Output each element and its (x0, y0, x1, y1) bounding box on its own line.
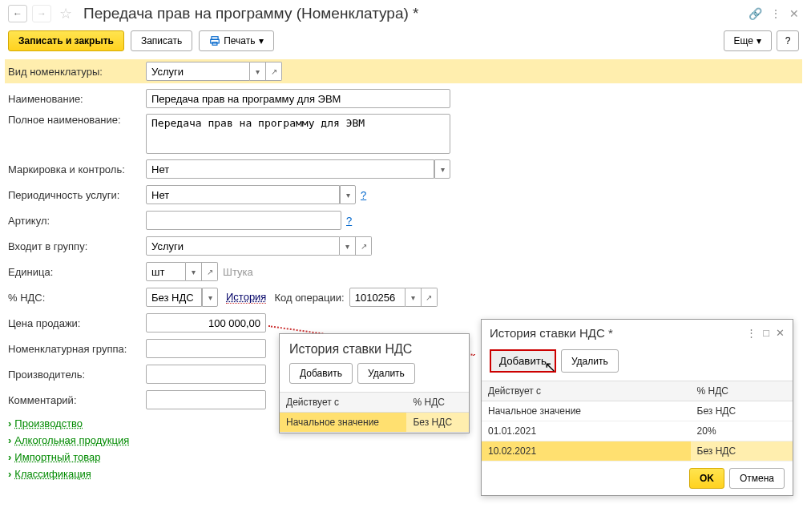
label-nom-group: Номенклатурная группа: (8, 343, 146, 355)
dropdown-button[interactable]: ▾ (250, 62, 266, 81)
save-button[interactable]: Записать (131, 30, 192, 51)
group-input[interactable] (146, 236, 340, 256)
more-button[interactable]: Еще ▾ (724, 30, 772, 51)
col-date: Действует с (482, 381, 691, 401)
table-row[interactable]: 01.01.202120% (482, 421, 793, 441)
unit-input[interactable] (146, 262, 186, 281)
row-fullname: Полное наименование: Передача прав на пр… (8, 114, 799, 154)
row-unit: Единица: ▾ ↗ Штука (8, 261, 799, 282)
vat-input[interactable] (146, 288, 202, 307)
fullname-input[interactable]: Передача прав на программу для ЭВМ (146, 114, 450, 154)
manufacturer-input[interactable] (146, 365, 266, 384)
close-icon[interactable]: ✕ (776, 327, 785, 339)
history-table: Действует с% НДС Начальное значениеБез Н… (280, 392, 469, 433)
back-button[interactable]: ← (8, 5, 27, 22)
marking-input[interactable] (146, 159, 434, 179)
window-title: Передача прав на программу (Номенклатура… (83, 5, 744, 22)
open-button[interactable]: ↗ (202, 262, 218, 281)
op-code-label: Код операции: (274, 292, 344, 304)
add-button[interactable]: Добавить (289, 363, 353, 384)
chevron-down-icon: ▾ (259, 35, 264, 46)
link-icon[interactable]: 🔗 (748, 7, 762, 20)
label-type: Вид номенклатуры: (8, 66, 146, 78)
delete-button[interactable]: Удалить (357, 363, 415, 384)
history-popup-small: История ставки НДС Добавить Удалить Дейс… (279, 333, 470, 433)
row-article: Артикул: ? (8, 210, 799, 231)
dropdown-button[interactable]: ▾ (202, 288, 218, 307)
help-link[interactable]: ? (361, 189, 366, 201)
more-icon[interactable]: ⋮ (746, 327, 757, 339)
label-article: Артикул: (8, 215, 146, 227)
label-price: Цена продажи: (8, 317, 146, 329)
row-vat: % НДС: ▾ История Код операции: ▾ ↗ (8, 287, 799, 308)
row-marking: Маркировка и контроль: ▾ (8, 159, 799, 179)
row-type: Вид номенклатуры: ▾ ↗ (5, 59, 802, 83)
label-unit: Единица: (8, 266, 146, 278)
delete-button[interactable]: Удалить (561, 349, 619, 373)
cancel-button[interactable]: Отмена (729, 468, 785, 489)
help-link[interactable]: ? (346, 215, 352, 227)
table-row[interactable]: 10.02.2021Без НДС (482, 441, 793, 461)
toolbar: Записать и закрыть Записать Печать ▾ Еще… (0, 27, 807, 59)
history-link[interactable]: История (226, 291, 266, 304)
open-button[interactable]: ↗ (266, 62, 282, 81)
row-periodicity: Периодичность услуги: ▾ ? (8, 184, 799, 205)
close-icon[interactable]: ✕ (789, 7, 799, 20)
nom-group-input[interactable] (146, 339, 266, 358)
row-group: Входит в группу: ▾ ↗ (8, 236, 799, 256)
history-table: Действует с% НДС Начальное значениеБез Н… (482, 381, 793, 461)
label-name: Наименование: (8, 93, 146, 105)
type-input[interactable] (146, 62, 250, 81)
print-button[interactable]: Печать ▾ (199, 30, 273, 51)
label-comment: Комментарий: (8, 394, 146, 406)
dropdown-button[interactable]: ▾ (340, 185, 356, 204)
label-manufacturer: Производитель: (8, 369, 146, 381)
popup1-title: История ставки НДС (280, 334, 469, 363)
dropdown-button[interactable]: ▾ (434, 159, 450, 179)
unit-hint: Штука (223, 266, 253, 278)
row-name: Наименование: (8, 88, 799, 109)
table-row[interactable]: Начальное значениеБез НДС (280, 413, 469, 433)
window-header: ← → ☆ Передача прав на программу (Номенк… (0, 0, 807, 27)
dropdown-button[interactable]: ▾ (406, 288, 422, 307)
dropdown-button[interactable]: ▾ (186, 262, 202, 281)
label-group: Входит в группу: (8, 240, 146, 252)
col-vat: % НДС (691, 381, 793, 401)
popup2-title: История ставки НДС * (490, 326, 746, 340)
history-popup-large: История ставки НДС * ⋮ □ ✕ Добавить ↖ Уд… (481, 319, 793, 496)
col-date: Действует с (280, 393, 406, 413)
open-button[interactable]: ↗ (356, 236, 372, 256)
forward-button[interactable]: → (32, 5, 51, 22)
help-button[interactable]: ? (777, 30, 799, 51)
add-button-highlighted[interactable]: Добавить ↖ (490, 349, 556, 373)
label-periodicity: Периодичность услуги: (8, 189, 146, 201)
dropdown-button[interactable]: ▾ (340, 236, 356, 256)
label-vat: % НДС: (8, 292, 146, 304)
col-vat: % НДС (406, 393, 469, 413)
ok-button[interactable]: OK (689, 468, 724, 489)
more-menu-icon[interactable]: ⋮ (770, 7, 781, 20)
print-label: Печать (224, 35, 255, 46)
open-button[interactable]: ↗ (422, 288, 438, 307)
maximize-icon[interactable]: □ (763, 327, 769, 339)
article-input[interactable] (146, 211, 341, 230)
label-marking: Маркировка и контроль: (8, 163, 146, 175)
comment-input[interactable] (146, 390, 266, 409)
op-code-input[interactable] (349, 288, 406, 307)
label-fullname: Полное наименование: (8, 114, 146, 126)
price-input[interactable] (146, 313, 266, 332)
printer-icon (209, 35, 220, 46)
save-and-close-button[interactable]: Записать и закрыть (8, 30, 124, 51)
periodicity-input[interactable] (146, 185, 340, 204)
favorite-icon[interactable]: ☆ (59, 5, 72, 22)
name-input[interactable] (146, 89, 450, 108)
chevron-down-icon: ▾ (757, 35, 761, 46)
table-row[interactable]: Начальное значениеБез НДС (482, 401, 793, 421)
